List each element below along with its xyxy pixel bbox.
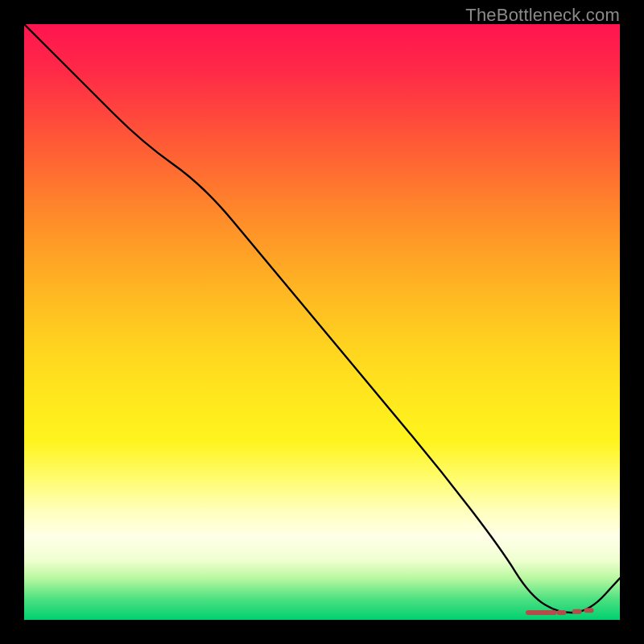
chart-curve (24, 24, 620, 613)
chart-frame: TheBottleneck.com (0, 0, 644, 644)
watermark-text: TheBottleneck.com (465, 5, 620, 26)
chart-marker (556, 610, 566, 615)
chart-markers (526, 608, 594, 615)
chart-marker (547, 610, 557, 615)
chart-plot-area (24, 24, 620, 620)
chart-marker (572, 609, 582, 614)
chart-svg (24, 24, 620, 620)
chart-marker (584, 608, 594, 613)
